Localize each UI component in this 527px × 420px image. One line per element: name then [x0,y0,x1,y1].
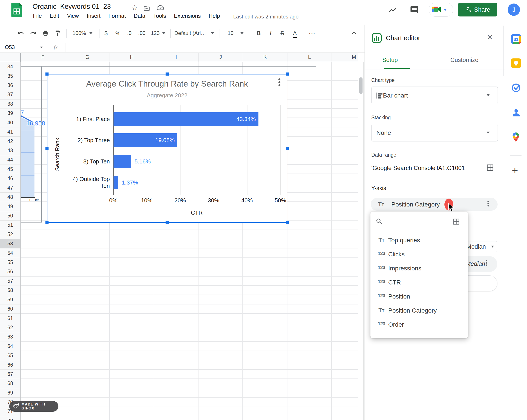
more-toolbar-button[interactable]: ⋯ [306,25,318,42]
selection-handle-sw[interactable] [45,221,49,224]
menu-item-impressions[interactable]: 123Impressions [370,262,468,276]
select-all-corner[interactable] [0,53,21,62]
bold-button[interactable]: B [254,25,264,42]
fx-area[interactable]: fx [46,43,66,52]
menu-item-position-category[interactable]: TTPosition Category [370,304,468,318]
font-caret-icon[interactable] [210,25,215,42]
selection-handle-e[interactable] [286,147,289,150]
row-header-59[interactable]: 59 [0,295,21,304]
row-header-37[interactable]: 37 [0,90,21,99]
row-header-68[interactable]: 68 [0,379,21,388]
menu-edit[interactable]: Edit [50,13,59,19]
share-button[interactable]: Share [458,3,497,16]
chart-bar-2[interactable]: 19.08% [113,133,177,147]
comment-icon[interactable] [410,5,419,15]
user-avatar[interactable]: J [508,3,520,16]
text-color-button[interactable]: A [290,25,300,42]
contacts-icon[interactable] [511,108,522,119]
y-axis-field-chip[interactable]: TT Position Category [371,198,498,211]
row-header-35[interactable]: 35 [0,71,21,81]
print-button[interactable] [40,25,51,42]
format-currency-button[interactable]: $ [101,25,111,42]
select-data-range-icon[interactable] [486,164,494,172]
insights-trending-icon[interactable] [388,6,397,15]
document-title[interactable]: Organic_Keywords 01_23 [33,3,111,11]
paint-format-button[interactable] [52,25,63,42]
row-header-47[interactable]: 47 [0,183,21,192]
zoom-caret-icon[interactable] [88,25,94,42]
menu-format[interactable]: Format [109,13,126,19]
menu-help[interactable]: Help [209,13,220,19]
row-header-66[interactable]: 66 [0,360,21,369]
row-header-34[interactable]: 34 [0,62,21,71]
grid-scrollbar-thumb[interactable] [359,77,362,94]
column-header-K[interactable]: K [243,53,287,62]
menu-item-position[interactable]: 123Position [370,290,468,304]
row-header-62[interactable]: 62 [0,323,21,332]
selection-handle-ne[interactable] [286,73,289,76]
menu-item-order[interactable]: 123Order [370,318,468,332]
chart-bar-4[interactable] [113,176,118,189]
column-header-M[interactable]: M [332,53,358,62]
undo-button[interactable] [15,25,26,42]
selection-handle-n[interactable] [165,73,169,76]
row-headers[interactable]: 3435363738394041424344454647484950515253… [0,62,21,420]
row-header-53[interactable]: 53 [0,239,21,248]
row-header-61[interactable]: 61 [0,314,21,323]
row-header-45[interactable]: 45 [0,165,21,174]
row-header-44[interactable]: 44 [0,155,21,165]
selection-handle-w[interactable] [45,147,49,150]
font-select[interactable]: Default (Ari… [174,25,213,42]
name-box-caret-icon[interactable] [40,46,43,48]
column-header-I[interactable]: I [154,53,198,62]
italic-button[interactable]: I [266,25,275,42]
tab-customize[interactable]: Customize [450,57,478,64]
collapse-toolbar-icon[interactable] [349,25,359,42]
row-header-40[interactable]: 40 [0,118,21,127]
row-header-50[interactable]: 50 [0,211,21,221]
panel-scrollbar-thumb[interactable] [503,25,504,76]
increase-decimal-button[interactable]: .00 [136,25,148,42]
selected-bar-chart[interactable]: Average Click Through Rate by Search Ran… [47,74,287,223]
row-header-64[interactable]: 64 [0,342,21,351]
column-header-F[interactable]: F [21,53,65,62]
move-to-folder-icon[interactable] [143,5,150,13]
menu-data[interactable]: Data [134,13,145,19]
menu-file[interactable]: File [33,13,42,19]
chart-bar-3[interactable] [113,155,131,168]
grid-range-icon[interactable] [453,218,460,226]
stacking-select[interactable]: None [371,124,498,142]
font-size-select[interactable]: 10 [224,25,237,42]
decrease-decimal-button[interactable]: .0 [124,25,134,42]
close-icon[interactable]: × [487,32,493,43]
row-header-46[interactable]: 46 [0,174,21,183]
row-header-48[interactable]: 48 [0,193,21,202]
row-header-65[interactable]: 65 [0,351,21,360]
row-header-42[interactable]: 42 [0,137,21,146]
menu-tools[interactable]: Tools [153,13,166,19]
menu-insert[interactable]: Insert [87,13,100,19]
row-header-36[interactable]: 36 [0,81,21,90]
selection-handle-nw[interactable] [45,73,49,76]
row-header-58[interactable]: 58 [0,286,21,295]
row-header-57[interactable]: 57 [0,276,21,286]
row-header-69[interactable]: 69 [0,388,21,398]
redo-button[interactable] [28,25,39,42]
sheets-logo-icon[interactable] [11,3,22,18]
chart-options-kebab-icon[interactable] [278,77,280,87]
add-addon-plus-icon[interactable]: + [512,164,518,177]
menu-item-clicks[interactable]: 123Clicks [370,248,468,262]
row-header-52[interactable]: 52 [0,230,21,239]
column-header-G[interactable]: G [65,53,110,62]
strikethrough-button[interactable]: S [277,25,287,42]
selection-handle-s[interactable] [165,221,169,224]
row-header-55[interactable]: 55 [0,258,21,267]
zoom-select[interactable]: 100% [70,25,89,42]
chart-bar-1[interactable]: 43.34% [113,112,258,126]
chart-type-select[interactable]: Bar chart [371,87,498,104]
more-formats-caret-icon[interactable] [161,25,166,42]
format-percent-button[interactable]: % [113,25,123,42]
row-header-43[interactable]: 43 [0,146,21,155]
grid-vertical-scrollbar[interactable] [358,62,364,420]
row-header-72[interactable]: 72 [0,416,21,420]
